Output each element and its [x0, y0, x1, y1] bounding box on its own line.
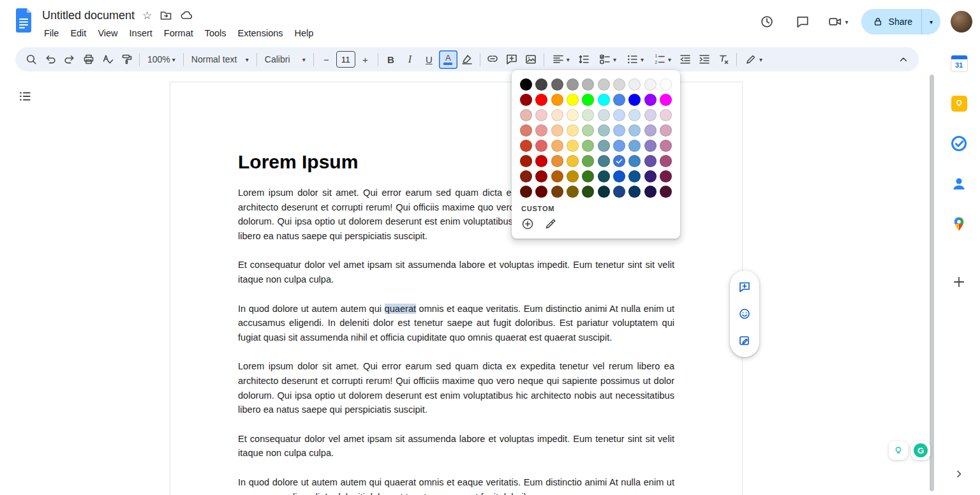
- search-menus-button[interactable]: [22, 50, 40, 69]
- color-swatch[interactable]: [535, 109, 547, 121]
- color-swatch[interactable]: [582, 109, 594, 121]
- font-size-input[interactable]: [336, 51, 355, 68]
- comments-button[interactable]: [790, 9, 815, 34]
- eyedropper-button[interactable]: [544, 218, 557, 230]
- color-swatch[interactable]: [628, 155, 641, 167]
- hide-menus-button[interactable]: [894, 50, 912, 69]
- zoom-select[interactable]: 100% ▾: [143, 50, 180, 69]
- color-swatch[interactable]: [551, 140, 563, 152]
- color-swatch[interactable]: [644, 109, 657, 121]
- color-swatch[interactable]: [628, 109, 641, 121]
- color-swatch[interactable]: [644, 78, 657, 91]
- color-swatch[interactable]: [660, 155, 672, 167]
- color-swatch[interactable]: [644, 186, 657, 198]
- color-swatch[interactable]: [598, 140, 610, 152]
- clear-formatting-button[interactable]: [715, 50, 733, 69]
- numbered-list-button[interactable]: 12 ▾: [649, 50, 676, 69]
- menu-extensions[interactable]: Extensions: [232, 24, 289, 42]
- color-swatch[interactable]: [520, 78, 532, 91]
- color-swatch[interactable]: [613, 170, 625, 182]
- font-select[interactable]: Calibri ▾: [260, 50, 310, 69]
- color-swatch[interactable]: [598, 94, 610, 106]
- color-swatch[interactable]: [613, 109, 625, 121]
- tasks-button[interactable]: [949, 134, 969, 153]
- suggest-edits-button[interactable]: [734, 330, 755, 351]
- share-options-button[interactable]: ▾: [922, 9, 940, 34]
- italic-button[interactable]: I: [401, 50, 419, 69]
- text-color-button[interactable]: A: [439, 50, 457, 69]
- color-swatch[interactable]: [535, 170, 547, 182]
- color-swatch[interactable]: [613, 94, 625, 106]
- color-swatch[interactable]: [644, 140, 657, 152]
- color-swatch[interactable]: [613, 124, 625, 137]
- add-comment-float-button[interactable]: [734, 276, 755, 298]
- color-swatch[interactable]: [567, 94, 579, 106]
- increase-indent-button[interactable]: [695, 50, 714, 69]
- color-swatch[interactable]: [520, 186, 532, 198]
- color-swatch[interactable]: [660, 170, 672, 182]
- hide-side-panel-button[interactable]: [949, 464, 969, 484]
- color-swatch[interactable]: [628, 186, 641, 198]
- color-swatch[interactable]: [567, 124, 579, 137]
- color-swatch[interactable]: [535, 124, 547, 137]
- document-title[interactable]: Untitled document: [42, 9, 135, 22]
- color-swatch[interactable]: [535, 78, 547, 91]
- vertical-scrollbar[interactable]: [930, 75, 934, 491]
- insert-image-button[interactable]: [522, 50, 540, 69]
- checklist-button[interactable]: ▾: [594, 50, 621, 69]
- color-swatch[interactable]: [613, 140, 625, 152]
- print-button[interactable]: [79, 50, 98, 69]
- bold-button[interactable]: B: [382, 50, 400, 69]
- color-swatch[interactable]: [551, 78, 563, 91]
- get-addons-button[interactable]: [949, 272, 969, 292]
- color-swatch[interactable]: [582, 140, 594, 152]
- color-swatch[interactable]: [567, 140, 579, 152]
- paint-format-button[interactable]: [117, 50, 136, 69]
- paragraph-6[interactable]: In quod dolore ut autem autem qui quaera…: [238, 475, 674, 495]
- add-custom-color-button[interactable]: [521, 218, 534, 230]
- keep-button[interactable]: [949, 94, 969, 113]
- color-swatch[interactable]: [535, 94, 547, 106]
- color-swatch[interactable]: [660, 109, 672, 121]
- color-swatch[interactable]: [598, 78, 610, 91]
- menu-tools[interactable]: Tools: [199, 24, 232, 42]
- color-swatch[interactable]: [551, 155, 563, 167]
- maps-button[interactable]: [949, 214, 969, 233]
- share-button[interactable]: Share: [861, 9, 921, 34]
- color-swatch[interactable]: [613, 78, 625, 91]
- color-swatch[interactable]: [613, 155, 625, 167]
- color-swatch[interactable]: [567, 170, 579, 182]
- color-swatch[interactable]: [520, 109, 532, 121]
- paragraph-style-select[interactable]: Normal text ▾: [187, 50, 253, 69]
- contacts-button[interactable]: [949, 174, 969, 193]
- spelling-check-button[interactable]: [98, 50, 117, 69]
- insert-link-button[interactable]: [484, 50, 502, 69]
- emoji-reaction-button[interactable]: [734, 303, 755, 325]
- menu-view[interactable]: View: [92, 24, 123, 42]
- bulleted-list-button[interactable]: ▾: [621, 50, 648, 69]
- color-swatch[interactable]: [551, 170, 563, 182]
- color-swatch[interactable]: [660, 124, 672, 137]
- color-swatch[interactable]: [644, 155, 657, 167]
- star-icon[interactable]: ☆: [142, 10, 152, 21]
- color-swatch[interactable]: [598, 186, 610, 198]
- color-swatch[interactable]: [520, 170, 532, 182]
- color-swatch[interactable]: [628, 124, 641, 137]
- color-swatch[interactable]: [551, 94, 563, 106]
- underline-button[interactable]: U: [420, 50, 438, 69]
- color-swatch[interactable]: [551, 186, 563, 198]
- increase-font-size-button[interactable]: +: [356, 50, 375, 69]
- color-swatch[interactable]: [520, 94, 532, 106]
- add-comment-button[interactable]: [503, 50, 521, 69]
- color-swatch[interactable]: [644, 124, 657, 137]
- menu-file[interactable]: File: [38, 24, 64, 42]
- decrease-indent-button[interactable]: [676, 50, 695, 69]
- color-swatch[interactable]: [567, 155, 579, 167]
- color-swatch[interactable]: [598, 124, 610, 137]
- color-swatch[interactable]: [551, 109, 563, 121]
- line-spacing-button[interactable]: [575, 50, 593, 69]
- version-history-button[interactable]: [754, 9, 780, 34]
- color-swatch[interactable]: [644, 170, 657, 182]
- calendar-button[interactable]: 31: [949, 54, 969, 73]
- color-swatch[interactable]: [582, 155, 594, 167]
